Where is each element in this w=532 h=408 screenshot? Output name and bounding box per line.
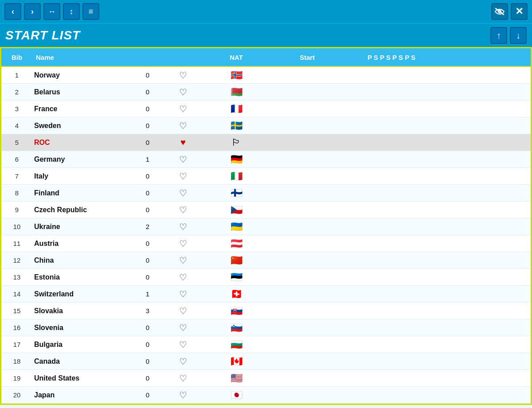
table-row[interactable]: 4 Sweden 0 ♡ 🇸🇪	[1, 117, 531, 134]
heart-cell[interactable]: ♡	[165, 86, 201, 98]
heart-cell[interactable]: ♡	[165, 221, 201, 233]
heart-empty-icon[interactable]: ♡	[179, 155, 187, 164]
heart-empty-icon[interactable]: ♡	[179, 70, 187, 80]
heart-empty-icon[interactable]: ♡	[179, 205, 187, 215]
table-row[interactable]: 19 United States 0 ♡ 🇺🇸	[1, 370, 531, 387]
heart-empty-icon[interactable]: ♡	[179, 171, 187, 181]
table-row[interactable]: 15 Slovakia 3 ♡ 🇸🇰	[1, 303, 531, 319]
heart-cell[interactable]: ♡	[165, 389, 201, 401]
flag-icon: 🇩🇪	[228, 155, 244, 164]
table-row[interactable]: 2 Belarus 0 ♡ 🇧🇾	[1, 84, 531, 101]
heart-cell[interactable]: ♡	[165, 153, 201, 166]
flag-icon: 🇯🇵	[228, 390, 244, 400]
heart-cell[interactable]: ♡	[165, 305, 201, 317]
heart-cell[interactable]: ♡	[165, 170, 201, 183]
table-row[interactable]: 3 France 0 ♡ 🇫🇷	[1, 101, 531, 117]
score-cell: 1	[130, 289, 165, 299]
name-cell: Japan	[32, 390, 130, 400]
flag-icon: 🇨🇳	[228, 256, 244, 265]
heart-empty-icon[interactable]: ♡	[179, 373, 187, 383]
menu-button[interactable]: ≡	[82, 3, 99, 20]
close-button[interactable]: ✕	[511, 3, 528, 20]
name-cell: United States	[32, 373, 130, 383]
bib-cell: 4	[1, 121, 32, 130]
heart-empty-icon[interactable]: ♡	[179, 87, 187, 97]
flag-cell: 🇳🇴	[201, 70, 272, 81]
table-row[interactable]: 9 Czech Republic 0 ♡ 🇨🇿	[1, 202, 531, 218]
flag-cell: 🏳	[201, 137, 272, 148]
table-row[interactable]: 20 Japan 0 ♡ 🇯🇵	[1, 387, 531, 404]
flag-cell: 🇪🇪	[201, 272, 272, 283]
heart-cell[interactable]: ♡	[165, 69, 201, 82]
table-row[interactable]: 8 Finland 0 ♡ 🇫🇮	[1, 185, 531, 202]
table-row[interactable]: 7 Italy 0 ♡ 🇮🇹	[1, 168, 531, 185]
forward-button[interactable]: ›	[24, 3, 41, 20]
scroll-up-button[interactable]: ↑	[490, 27, 507, 44]
heart-filled-icon[interactable]: ♥	[180, 137, 186, 147]
start-cell	[272, 226, 343, 228]
heart-cell[interactable]: ♡	[165, 288, 201, 300]
heart-empty-icon[interactable]: ♡	[179, 239, 187, 249]
resize-vertical-button[interactable]: ↕	[63, 3, 80, 20]
table-row[interactable]: 14 Switzerland 1 ♡ 🇨🇭	[1, 286, 531, 303]
psps-cell	[343, 108, 440, 110]
back-button[interactable]: ‹	[4, 3, 21, 20]
heart-cell[interactable]: ♡	[165, 322, 201, 334]
heart-empty-icon[interactable]: ♡	[179, 104, 187, 114]
heart-cell[interactable]: ♡	[165, 103, 201, 115]
bib-cell: 10	[1, 222, 32, 231]
heart-cell[interactable]: ♡	[165, 187, 201, 199]
table-row[interactable]: 6 Germany 1 ♡ 🇩🇪	[1, 151, 531, 168]
flag-cell: 🇺🇦	[201, 221, 272, 233]
table-row[interactable]: 18 Canada 0 ♡ 🇨🇦	[1, 353, 531, 370]
start-cell	[272, 276, 343, 278]
heart-empty-icon[interactable]: ♡	[179, 188, 187, 198]
heart-empty-icon[interactable]: ♡	[179, 306, 187, 316]
heart-empty-icon[interactable]: ♡	[179, 272, 187, 282]
heart-cell[interactable]: ♥	[165, 136, 201, 148]
table-row[interactable]: 12 China 0 ♡ 🇨🇳	[1, 252, 531, 269]
heart-cell[interactable]: ♡	[165, 204, 201, 216]
name-cell: Germany	[32, 155, 130, 164]
name-cell: Switzerland	[32, 289, 130, 299]
name-cell: Austria	[32, 239, 130, 249]
score-cell: 0	[130, 239, 165, 248]
name-cell: Norway	[32, 70, 130, 80]
heart-empty-icon[interactable]: ♡	[179, 121, 187, 131]
table-row[interactable]: 13 Estonia 0 ♡ 🇪🇪	[1, 269, 531, 286]
name-cell: France	[32, 104, 130, 114]
heart-empty-icon[interactable]: ♡	[179, 323, 187, 333]
heart-empty-icon[interactable]: ♡	[179, 390, 187, 400]
table-row[interactable]: 16 Slovenia 0 ♡ 🇸🇮	[1, 319, 531, 336]
score-cell: 0	[130, 70, 165, 80]
heart-cell[interactable]: ♡	[165, 254, 201, 267]
heart-cell[interactable]: ♡	[165, 237, 201, 250]
score-cell: 0	[130, 87, 165, 97]
heart-cell[interactable]: ♡	[165, 372, 201, 385]
score-cell: 0	[130, 390, 165, 400]
heart-cell[interactable]: ♡	[165, 120, 201, 132]
heart-empty-icon[interactable]: ♡	[179, 222, 187, 232]
heart-empty-icon[interactable]: ♡	[179, 256, 187, 265]
table-row[interactable]: 17 Bulgaria 0 ♡ 🇧🇬	[1, 336, 531, 353]
table-row[interactable]: 1 Norway 0 ♡ 🇳🇴	[1, 67, 531, 84]
heart-cell[interactable]: ♡	[165, 271, 201, 284]
score-cell: 0	[130, 104, 165, 113]
flag-icon: 🇺🇦	[228, 222, 244, 232]
heart-empty-icon[interactable]: ♡	[179, 289, 187, 299]
hide-button[interactable]	[491, 3, 508, 20]
table-row[interactable]: 10 Ukraine 2 ♡ 🇺🇦	[1, 218, 531, 235]
name-cell: Belarus	[32, 87, 130, 97]
table-row[interactable]: 5 ROC 0 ♥ 🏳	[1, 134, 531, 151]
heart-cell[interactable]: ♡	[165, 338, 201, 351]
resize-horizontal-button[interactable]: ↔	[43, 3, 60, 20]
heart-cell[interactable]: ♡	[165, 355, 201, 368]
bib-cell: 20	[1, 390, 32, 400]
heart-empty-icon[interactable]: ♡	[179, 340, 187, 350]
table-row[interactable]: 11 Austria 0 ♡ 🇦🇹	[1, 235, 531, 252]
scroll-down-button[interactable]: ↓	[510, 27, 527, 44]
bib-cell: 15	[1, 306, 32, 315]
heart-empty-icon[interactable]: ♡	[179, 357, 187, 366]
flag-icon: 🇨🇦	[228, 357, 244, 366]
bib-cell: 14	[1, 289, 32, 299]
